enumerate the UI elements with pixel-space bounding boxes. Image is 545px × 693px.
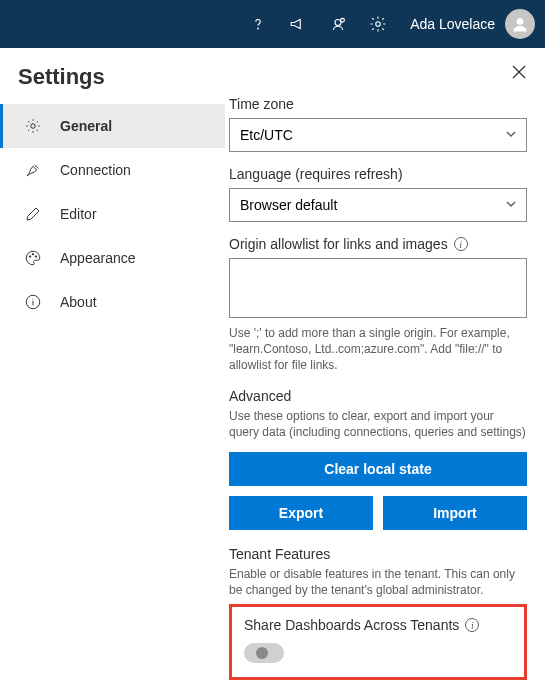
sidebar: Settings General Connection Editor Appea… [0, 48, 225, 693]
svg-point-3 [376, 22, 381, 27]
palette-icon [24, 249, 42, 267]
nav-editor[interactable]: Editor [0, 192, 225, 236]
language-select[interactable]: Browser default [229, 188, 527, 222]
svg-point-4 [517, 18, 524, 25]
share-dashboards-callout: Share Dashboards Across Tenants i [229, 604, 527, 680]
nav-label: Editor [60, 206, 97, 222]
timezone-select[interactable]: Etc/UTC [229, 118, 527, 152]
advanced-title: Advanced [229, 388, 527, 404]
nav-general[interactable]: General [0, 104, 225, 148]
language-field: Language (requires refresh) Browser defa… [229, 166, 527, 222]
nav-connection[interactable]: Connection [0, 148, 225, 192]
import-button[interactable]: Import [383, 496, 527, 530]
svg-point-2 [341, 18, 345, 22]
svg-point-7 [32, 254, 34, 256]
nav-about[interactable]: About [0, 280, 225, 324]
export-button[interactable]: Export [229, 496, 373, 530]
nav-label: Appearance [60, 250, 136, 266]
info-icon[interactable]: i [454, 237, 468, 251]
origin-label: Origin allowlist for links and images i [229, 236, 527, 252]
svg-point-5 [31, 124, 36, 129]
share-dashboards-toggle[interactable] [244, 643, 284, 663]
nav-label: Connection [60, 162, 131, 178]
origin-hint: Use ';' to add more than a single origin… [229, 325, 527, 374]
pencil-icon [24, 205, 42, 223]
tenant-desc: Enable or disable features in the tenant… [229, 566, 527, 598]
svg-point-8 [35, 256, 37, 258]
nav-appearance[interactable]: Appearance [0, 236, 225, 280]
settings-nav: General Connection Editor Appearance Abo… [0, 104, 225, 324]
share-dashboards-label: Share Dashboards Across Tenants i [244, 617, 512, 633]
help-icon[interactable] [240, 6, 276, 42]
gear-icon [24, 117, 42, 135]
plug-icon [24, 161, 42, 179]
tenant-title: Tenant Features [229, 546, 527, 562]
gear-icon[interactable] [360, 6, 396, 42]
settings-title: Settings [0, 64, 225, 104]
info-icon [24, 293, 42, 311]
timezone-label: Time zone [229, 96, 527, 112]
feedback-icon[interactable] [320, 6, 356, 42]
megaphone-icon[interactable] [280, 6, 316, 42]
nav-label: General [60, 118, 112, 134]
nav-label: About [60, 294, 97, 310]
clear-local-state-button[interactable]: Clear local state [229, 452, 527, 486]
advanced-desc: Use these options to clear, export and i… [229, 408, 527, 440]
close-icon[interactable] [511, 64, 527, 84]
top-bar: Ada Lovelace [0, 0, 545, 48]
svg-point-6 [29, 256, 31, 258]
origin-input[interactable] [229, 258, 527, 318]
svg-point-0 [258, 28, 259, 29]
origin-field: Origin allowlist for links and images i … [229, 236, 527, 374]
avatar[interactable] [505, 9, 535, 39]
settings-main: Time zone Etc/UTC Language (requires ref… [225, 48, 545, 693]
info-icon[interactable]: i [465, 618, 479, 632]
settings-panel: Settings General Connection Editor Appea… [0, 48, 545, 693]
language-label: Language (requires refresh) [229, 166, 527, 182]
user-name: Ada Lovelace [410, 16, 495, 32]
timezone-field: Time zone Etc/UTC [229, 96, 527, 152]
